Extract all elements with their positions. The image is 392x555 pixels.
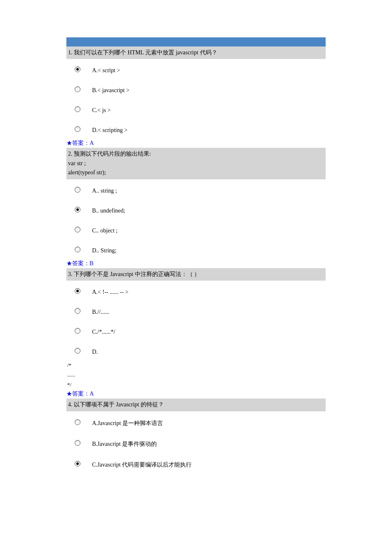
option-label: A.. string ; [92, 184, 117, 194]
radio-button[interactable] [75, 247, 80, 252]
radio-button[interactable] [75, 328, 80, 334]
options-group: A.. string ;B.. undefined;C.. object ;D.… [66, 179, 326, 259]
option-row: B.//...... [75, 301, 326, 320]
option-row: C.< js > [75, 99, 326, 119]
radio-button[interactable] [75, 288, 80, 294]
answer-line: ★答案：A [66, 139, 326, 148]
option-label: D. [92, 345, 98, 355]
option-label: B.Javascript 是事件驱动的 [92, 437, 157, 448]
option-row: C.Javascript 代码需要编译以后才能执行 [75, 453, 326, 474]
options-group: A.Javascript 是一种脚本语言B.Javascript 是事件驱动的C… [66, 411, 326, 474]
radio-button[interactable] [75, 86, 80, 92]
question-header: 1. 我们可以在下列哪个 HTML 元素中放置 javascript 代码？ [66, 46, 326, 59]
radio-button[interactable] [75, 461, 80, 467]
options-group: A.< !-- ...... -- >B.//......C./*......*… [66, 281, 326, 360]
option-row: B.Javascript 是事件驱动的 [75, 432, 326, 453]
option-row: B.< javascript > [75, 79, 326, 99]
question-header: 3. 下列哪个不是 Javascript 中注释的正确写法：（ ） [66, 268, 326, 281]
extra-line: /* [66, 360, 326, 370]
star-icon: ★答案： [66, 260, 90, 266]
option-label: B.< javascript > [92, 84, 129, 94]
answer-line: ★答案：B [66, 259, 326, 268]
option-label: D.. String; [92, 244, 117, 254]
radio-button[interactable] [75, 66, 80, 72]
option-row: A.. string ; [75, 179, 326, 199]
option-label: A.< script > [92, 64, 120, 74]
option-label: D.< scripting > [92, 124, 127, 134]
question-header: 4. 以下哪项不属于 Javascript 的特征？ [66, 399, 326, 411]
option-label: C.. object ; [92, 224, 117, 234]
radio-button[interactable] [75, 207, 80, 213]
radio-button[interactable] [75, 227, 80, 232]
options-group: A.< script >B.< javascript >C.< js >D.< … [66, 59, 326, 139]
answer-value: A [90, 391, 94, 397]
star-icon: ★答案： [66, 140, 90, 146]
radio-button[interactable] [75, 126, 80, 132]
question-text: 4. 以下哪项不属于 Javascript 的特征？ [68, 400, 324, 409]
option-row: D.. String; [75, 239, 326, 259]
question-text: 3. 下列哪个不是 Javascript 中注释的正确写法：（ ） [68, 270, 324, 279]
answer-line: ★答案：A [66, 389, 326, 399]
option-label: C.< js > [92, 104, 111, 114]
radio-button[interactable] [75, 348, 80, 354]
extra-line: ...... [66, 370, 326, 379]
code-line: alert(typeof str); [68, 168, 324, 177]
question-text: 2. 预测以下代码片段的输出结果: [68, 149, 324, 159]
radio-button[interactable] [75, 106, 80, 112]
answer-value: B [90, 260, 93, 266]
radio-button[interactable] [75, 187, 80, 193]
option-row: D. [75, 340, 326, 360]
option-label: A.Javascript 是一种脚本语言 [92, 416, 163, 427]
question-header: 2. 预测以下代码片段的输出结果:var str ;alert(typeof s… [66, 148, 326, 179]
header-bar [66, 37, 326, 46]
radio-button[interactable] [75, 440, 80, 446]
extra-line: */ [66, 380, 326, 389]
option-row: B.. undefined; [75, 199, 326, 219]
radio-button[interactable] [75, 419, 80, 425]
option-label: B.//...... [92, 306, 110, 315]
radio-button[interactable] [75, 308, 80, 314]
option-label: B.. undefined; [92, 204, 125, 214]
option-row: A.< !-- ...... -- > [75, 281, 326, 301]
option-row: A.< script > [75, 59, 326, 79]
option-row: D.< scripting > [75, 119, 326, 139]
code-line: var str ; [68, 159, 324, 168]
question-text: 1. 我们可以在下列哪个 HTML 元素中放置 javascript 代码？ [68, 48, 324, 57]
option-row: A.Javascript 是一种脚本语言 [75, 411, 326, 432]
option-row: C./*......*/ [75, 320, 326, 340]
option-label: A.< !-- ...... -- > [92, 286, 129, 296]
option-row: C.. object ; [75, 219, 326, 239]
option-label: C./*......*/ [92, 325, 115, 335]
option-label: C.Javascript 代码需要编译以后才能执行 [92, 458, 192, 469]
answer-value: A [90, 140, 94, 146]
star-icon: ★答案： [66, 391, 90, 397]
